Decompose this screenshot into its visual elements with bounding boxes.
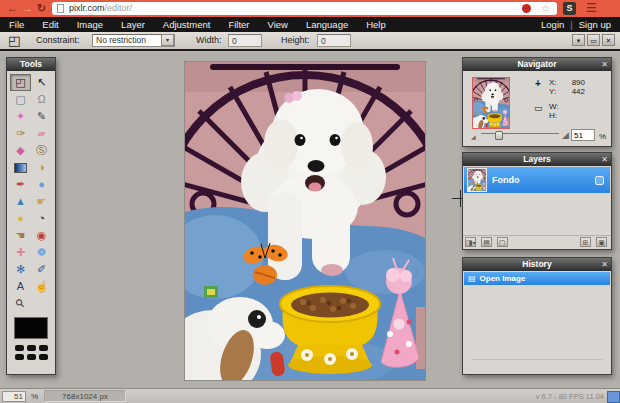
url-text: pixlr.com/editor/: [69, 2, 132, 15]
tool-pinch[interactable]: ✻: [10, 261, 31, 278]
browser-chrome: ← → ↻ pixlr.com/editor/ ☆ S ☰: [0, 0, 620, 17]
tool-zoom[interactable]: ⚲: [10, 295, 31, 312]
layer-mask-button[interactable]: ▤: [481, 237, 492, 247]
swatch-dot[interactable]: [27, 345, 36, 351]
layers-panel-title[interactable]: Layers✕: [463, 153, 611, 166]
new-layer-button[interactable]: ⊞: [580, 237, 591, 247]
bookmark-star-icon[interactable]: ☆: [541, 2, 550, 15]
layer-settings-button[interactable]: ◨▾: [465, 237, 476, 247]
browser-back-icon[interactable]: ←: [7, 0, 18, 16]
tool-red-eye[interactable]: ◉: [31, 227, 52, 244]
color-replace-icon: ◑: [38, 162, 45, 173]
selection-size-icon: ▭: [534, 103, 543, 113]
address-bar[interactable]: pixlr.com/editor/ ☆: [52, 2, 557, 15]
layer-thumbnail: [467, 168, 487, 192]
tool-type[interactable]: A: [10, 278, 31, 295]
swatch-dot[interactable]: [15, 354, 24, 360]
menu-item-help[interactable]: Help: [357, 17, 395, 32]
constraint-dropdown[interactable]: No restriction ▾: [92, 34, 175, 47]
tool-smudge[interactable]: ☛: [31, 193, 52, 210]
tool-paint-bucket[interactable]: ◆: [10, 142, 31, 159]
browser-forward-icon[interactable]: →: [22, 0, 33, 16]
tool-pencil[interactable]: ✎: [31, 108, 52, 125]
tools-grid: ◰↖▢Ω✦✎✑▰◆Ⓢ◑✒●▲☛●◔☚◉✚❁✻✐A☝⚲: [7, 71, 55, 312]
extension-badge-icon[interactable]: [522, 4, 531, 13]
zoom-value-input[interactable]: [571, 129, 595, 141]
tool-move[interactable]: ↖: [31, 74, 52, 91]
history-panel: History✕ ▤Open Image: [462, 257, 612, 375]
sharpen-icon: ▲: [15, 196, 26, 207]
swatch-dot[interactable]: [39, 354, 48, 360]
tool-color-picker[interactable]: ✐: [31, 261, 52, 278]
tool-clone-stamp[interactable]: Ⓢ: [31, 142, 52, 159]
menu-item-adjustment[interactable]: Adjustment: [154, 17, 220, 32]
menu-item-language[interactable]: Language: [297, 17, 357, 32]
pointer-x-value: 890: [563, 78, 585, 87]
tool-color-replace[interactable]: ◑: [31, 159, 52, 176]
color-swatch[interactable]: [14, 317, 48, 339]
height-input[interactable]: [317, 34, 351, 47]
login-link[interactable]: Login: [538, 19, 567, 30]
layer-name: Fondo: [492, 175, 595, 185]
tool-brush[interactable]: ✑: [10, 125, 31, 142]
minimize-button[interactable]: ▾: [572, 34, 585, 46]
zoom-slider-thumb[interactable]: [495, 131, 503, 140]
layers-close-icon[interactable]: ✕: [601, 153, 608, 166]
tool-burn[interactable]: ☚: [10, 227, 31, 244]
extension-s-icon[interactable]: S: [563, 2, 576, 15]
tool-spot-heal[interactable]: ✚: [10, 244, 31, 261]
constraint-dropdown-arrow-icon[interactable]: ▾: [161, 34, 174, 46]
history-close-icon[interactable]: ✕: [601, 258, 608, 271]
tool-wand[interactable]: ✦: [10, 108, 31, 125]
delete-layer-button[interactable]: ▣: [596, 237, 607, 247]
burn-icon: ☚: [16, 230, 26, 241]
tool-hand[interactable]: ☝: [31, 278, 52, 295]
swatch-dot[interactable]: [39, 345, 48, 351]
tool-dodge[interactable]: ◔: [31, 210, 52, 227]
status-zoom-value[interactable]: 51: [2, 391, 26, 402]
swatch-dot[interactable]: [15, 345, 24, 351]
menu-item-layer[interactable]: Layer: [112, 17, 154, 32]
restore-button[interactable]: ▭: [587, 34, 600, 46]
swatch-dots: [7, 345, 55, 360]
menu-item-view[interactable]: View: [259, 17, 297, 32]
marquee-icon: ▢: [15, 94, 25, 105]
browser-reload-icon[interactable]: ↻: [37, 0, 46, 16]
navigator-close-icon[interactable]: ✕: [601, 58, 608, 71]
canvas-image[interactable]: [185, 62, 425, 380]
tool-crop[interactable]: ◰: [10, 74, 31, 91]
width-input[interactable]: [228, 34, 262, 47]
status-image-dimensions: 768x1024 px: [44, 390, 126, 402]
history-divider: [471, 359, 603, 360]
tool-sharpen[interactable]: ▲: [10, 193, 31, 210]
tool-sponge[interactable]: ●: [10, 210, 31, 227]
menu-item-image[interactable]: Image: [68, 17, 112, 32]
history-item-open-image[interactable]: ▤Open Image: [464, 272, 610, 285]
menu-item-filter[interactable]: Filter: [219, 17, 258, 32]
tools-panel-title[interactable]: Tools: [7, 58, 55, 71]
browser-menu-icon[interactable]: ☰: [586, 0, 597, 16]
close-toolbar-button[interactable]: ✕: [602, 34, 615, 46]
history-panel-title[interactable]: History✕: [463, 258, 611, 271]
menu-item-edit[interactable]: Edit: [33, 17, 67, 32]
signup-link[interactable]: Sign up: [576, 19, 614, 30]
login-divider: |: [567, 19, 575, 30]
tool-marquee[interactable]: ▢: [10, 91, 31, 108]
zoom-slider-track[interactable]: [481, 133, 559, 134]
zoom-out-icon[interactable]: ◢: [471, 133, 476, 140]
tool-bloat[interactable]: ❁: [31, 244, 52, 261]
tool-gradient[interactable]: [10, 159, 31, 176]
tool-drawing[interactable]: ✒: [10, 176, 31, 193]
swatch-dot[interactable]: [27, 354, 36, 360]
dodge-icon: ◔: [38, 213, 45, 224]
tool-blur[interactable]: ●: [31, 176, 52, 193]
navigator-panel-title[interactable]: Navigator✕: [463, 58, 611, 71]
layer-style-button[interactable]: ▢: [497, 237, 508, 247]
navigator-thumbnail[interactable]: [472, 77, 510, 129]
layer-lock-icon[interactable]: [595, 176, 604, 185]
tool-eraser[interactable]: ▰: [31, 125, 52, 142]
zoom-in-icon[interactable]: ◢: [562, 130, 569, 140]
tool-lasso[interactable]: Ω: [31, 91, 52, 108]
layer-row-fondo[interactable]: Fondo: [464, 167, 610, 193]
menu-item-file[interactable]: File: [0, 17, 33, 32]
